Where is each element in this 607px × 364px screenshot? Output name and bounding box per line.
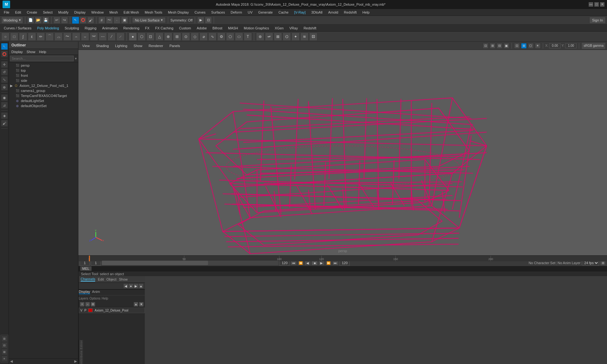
shelf-icon-text[interactable]: T bbox=[244, 33, 252, 41]
outliner-item-persp[interactable]: ⬛ persp bbox=[14, 63, 78, 68]
layer-down-button[interactable]: ▼ bbox=[139, 302, 144, 306]
menu-curves[interactable]: Curves bbox=[192, 10, 208, 15]
help-subtab[interactable]: Help bbox=[101, 297, 108, 300]
viewport-view-menu[interactable]: View bbox=[80, 43, 92, 48]
outliner-item-defaultlight[interactable]: ◎ defaultLightSet bbox=[14, 98, 78, 103]
undo-button[interactable]: ↩ bbox=[53, 17, 60, 24]
sign-in-button[interactable]: Sign In bbox=[589, 17, 606, 24]
show-tab[interactable]: Show bbox=[119, 277, 128, 281]
keyframe-settings[interactable]: ▶ bbox=[133, 283, 138, 288]
shelf-tab-motion-graphics[interactable]: Motion Graphics bbox=[241, 26, 272, 31]
shelf-tab-redshift[interactable]: Redshift bbox=[301, 26, 319, 31]
outliner-item-top[interactable]: ⬛ top bbox=[14, 68, 78, 73]
snap-tool[interactable]: ◈ bbox=[1, 112, 8, 119]
layers-subtab[interactable]: Layers bbox=[79, 297, 88, 300]
ipr-render-button[interactable]: ⊡ bbox=[205, 17, 212, 24]
outliner-show-menu[interactable]: Show bbox=[25, 50, 37, 54]
menu-mesh-display[interactable]: Mesh Display bbox=[165, 10, 191, 15]
universal-tool[interactable]: ⊕ bbox=[1, 84, 8, 91]
viewport-lighting-menu[interactable]: Lighting bbox=[113, 43, 130, 48]
shelf-icon-pencil[interactable]: ✏ bbox=[37, 33, 45, 41]
redo-button[interactable]: ↪ bbox=[61, 17, 68, 24]
anim-tab[interactable]: Anim bbox=[92, 290, 100, 294]
delete-layer-button[interactable]: − bbox=[85, 302, 90, 306]
menu-file[interactable]: File bbox=[1, 10, 12, 15]
move-tool[interactable]: ✛ bbox=[1, 61, 8, 68]
scale-tool[interactable]: ⤡ bbox=[1, 76, 8, 83]
layer-playback-toggle[interactable]: P bbox=[84, 309, 87, 312]
play-range-slider[interactable] bbox=[102, 261, 279, 265]
shelf-icon-soccer[interactable]: ⬠ bbox=[226, 33, 234, 41]
object-tab[interactable]: Object bbox=[106, 277, 116, 281]
layer-visibility-toggle[interactable]: V bbox=[80, 309, 83, 312]
single-view[interactable]: ⊠ bbox=[1, 349, 8, 355]
snap-curve-button[interactable]: 〜 bbox=[106, 17, 113, 24]
snap-surface-button[interactable]: ▣ bbox=[121, 17, 128, 24]
menu-cache[interactable]: Cache bbox=[276, 10, 291, 15]
quad-view[interactable]: ⊟ bbox=[1, 342, 8, 349]
outliner-display-menu[interactable]: Display bbox=[10, 50, 24, 54]
module-dropdown[interactable]: Modeling ▾ bbox=[1, 17, 23, 24]
shelf-icon-plane[interactable]: ⊞ bbox=[173, 33, 181, 41]
shaded-button[interactable]: ⊠ bbox=[521, 43, 527, 49]
snap-grid-button[interactable]: # bbox=[98, 17, 105, 24]
shelf-tab-animation[interactable]: Animation bbox=[100, 26, 120, 31]
shelf-icon-bend[interactable]: ↫ bbox=[265, 33, 273, 41]
snap-point-button[interactable]: · bbox=[113, 17, 120, 24]
lasso-tool[interactable]: ⭕ bbox=[1, 51, 8, 58]
mel-input[interactable] bbox=[93, 267, 605, 270]
layer-item[interactable]: V P Axiom_12_Deluxe_Pool bbox=[79, 307, 145, 313]
menu-vray-tag[interactable]: [V-Ray] bbox=[292, 10, 308, 15]
shelf-icon-cube[interactable]: ⬡ bbox=[138, 33, 146, 41]
menu-arnold[interactable]: Arnold bbox=[326, 10, 341, 15]
shelf-tab-bifrost[interactable]: Bifrost bbox=[210, 26, 225, 31]
shelf-icon-sym[interactable]: ⊛ bbox=[256, 33, 264, 41]
channels-tab[interactable]: Channels bbox=[81, 277, 95, 282]
select-tool[interactable]: ↖ bbox=[1, 43, 8, 50]
show-manip-tool[interactable]: ⊿ bbox=[1, 102, 8, 109]
shelf-icon-gear[interactable]: ⚙ bbox=[217, 33, 225, 41]
open-scene-button[interactable]: 📂 bbox=[35, 17, 42, 24]
shelf-tab-mash[interactable]: MASH bbox=[225, 26, 241, 31]
shelf-tab-sculpting[interactable]: Sculpting bbox=[62, 26, 82, 31]
shelf-icon-disc[interactable]: ⊙ bbox=[182, 33, 190, 41]
shelf-tab-xgen[interactable]: XGen bbox=[272, 26, 286, 31]
menu-help[interactable]: Help bbox=[360, 10, 372, 15]
menu-deform[interactable]: Deform bbox=[228, 10, 244, 15]
menu-display[interactable]: Display bbox=[72, 10, 88, 15]
layer-up-button[interactable]: ▲ bbox=[134, 302, 138, 306]
shelf-icon-s3[interactable]: ⌤ bbox=[90, 33, 98, 41]
shelf-icon-s1[interactable]: ⌢ bbox=[72, 33, 80, 41]
shelf-icon-helix[interactable]: ∿ bbox=[208, 33, 217, 41]
select-tool-button[interactable]: ↖ bbox=[72, 17, 79, 24]
outliner-item-camera-group[interactable]: ⬛ camera1_group bbox=[14, 88, 78, 93]
grid-toggle[interactable]: ⊞ bbox=[1, 336, 8, 342]
layer-color-swatch[interactable] bbox=[88, 308, 93, 312]
outliner-search-input[interactable] bbox=[10, 56, 74, 61]
menu-redshift[interactable]: Redshift bbox=[341, 10, 359, 15]
shelf-icon-platonic[interactable]: ◇ bbox=[191, 33, 199, 41]
no-live-surface[interactable]: No Live Surface ▾ bbox=[132, 17, 166, 23]
shelf-icon-torus[interactable]: ⊗ bbox=[164, 33, 172, 41]
viewport-canvas[interactable]: X Y Z persp bbox=[78, 50, 607, 255]
shelf-tab-custom[interactable]: Custom bbox=[176, 26, 193, 31]
keyframe-extra[interactable]: ▲ bbox=[138, 283, 144, 288]
outliner-help-menu[interactable]: Help bbox=[38, 50, 48, 54]
shelf-icon-arc2[interactable]: ⌓ bbox=[54, 33, 63, 41]
texture-button[interactable]: ⬡ bbox=[528, 43, 534, 49]
time-ruler[interactable]: 1 50 100 120 150 200 bbox=[78, 255, 607, 260]
keyframe-button[interactable]: ◀ bbox=[123, 283, 128, 288]
shelf-tab-poly-modeling[interactable]: Poly Modeling bbox=[34, 26, 61, 31]
menu-mesh-tools[interactable]: Mesh Tools bbox=[142, 10, 165, 15]
camera-selector[interactable]: ⊡ bbox=[483, 43, 488, 49]
viewport-shading-menu[interactable]: Shading bbox=[94, 43, 111, 48]
resolution-gate[interactable]: ⊞ bbox=[490, 43, 495, 49]
shelf-tab-rigging[interactable]: Rigging bbox=[82, 26, 99, 31]
outliner-item-defaultobj[interactable]: ◎ defaultObjectSet bbox=[14, 103, 78, 108]
menu-window[interactable]: Window bbox=[89, 10, 106, 15]
menu-3dtoall[interactable]: 3DtoAll bbox=[309, 10, 325, 15]
display-tab[interactable]: Display bbox=[79, 290, 90, 294]
menu-select[interactable]: Select bbox=[40, 10, 55, 15]
outliner-item-axiom-group[interactable]: ▶ ⬡ Axiom_12_Deluxe_Pool_nd1_1 bbox=[9, 83, 78, 88]
menu-generate[interactable]: Generate bbox=[256, 10, 275, 15]
